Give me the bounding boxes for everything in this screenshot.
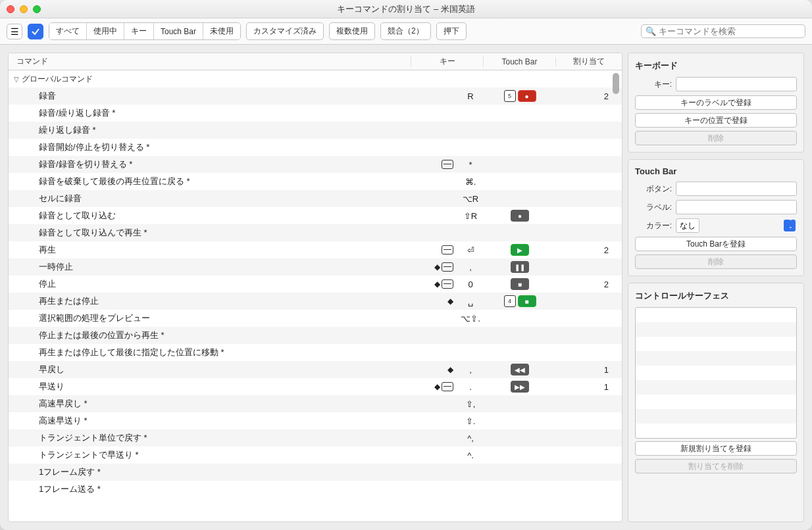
table-row[interactable]: 録音として取り込む⇧R●	[9, 207, 622, 224]
traffic-lights	[7, 5, 41, 13]
table-row[interactable]: 選択範囲の処理をプレビュー⌥⇧.	[9, 310, 622, 327]
mods-cell: ◆	[411, 262, 457, 272]
table-row[interactable]: 録音/録音を切り替える **	[9, 156, 622, 173]
keyboard-icon	[442, 262, 453, 272]
tb-label-input[interactable]	[676, 200, 797, 214]
table-row[interactable]: 高速早送り *⇧.	[9, 412, 622, 429]
touchbar-badge-icon: ❚❚	[511, 261, 529, 273]
table-row[interactable]: 録音として取り込んで再生 *	[9, 224, 622, 241]
surface-title: コントロールサーフェス	[635, 290, 797, 302]
touchbar-cell: ◀◀	[484, 364, 556, 375]
layers-icon: ◆	[447, 365, 453, 374]
group-row[interactable]: ▽グローバルコマンド	[9, 70, 622, 87]
search-icon: 🔍	[646, 26, 656, 36]
register-by-position-button[interactable]: キーの位置で登録	[635, 113, 797, 128]
table-row[interactable]: 録音R5●2	[9, 87, 622, 105]
key-cell: ^.	[457, 450, 484, 460]
pill-conflict[interactable]: 競合（2）	[380, 22, 431, 40]
keyboard-panel: キーボード キー: キーのラベルで登録 キーの位置で登録 削除	[628, 53, 804, 153]
cmd-cell: 一時停止	[9, 261, 411, 273]
scrollbar[interactable]	[611, 73, 621, 519]
keyboard-icon	[442, 382, 453, 391]
key-cell: ,	[457, 365, 484, 375]
layers-icon: ◆	[434, 382, 440, 391]
table-row[interactable]: 録音開始/停止を切り替える *	[9, 139, 622, 156]
table-row[interactable]: 1フレーム送る *	[9, 481, 622, 498]
table-header: コマンド キー Touch Bar 割り当て	[9, 53, 622, 70]
touchbar-cell: ▶	[484, 244, 556, 256]
surface-listbox[interactable]	[635, 307, 797, 439]
tb-button-input[interactable]	[676, 181, 797, 196]
key-cell: ⏎	[457, 245, 484, 255]
keyboard-icon	[442, 160, 453, 169]
seg-unused[interactable]: 未使用	[203, 23, 240, 39]
delete-touchbar-button[interactable]: 削除	[635, 254, 797, 269]
table-row[interactable]: 停止◆0■2	[9, 276, 622, 293]
table-row[interactable]: 1フレーム戻す *	[9, 464, 622, 481]
pill-multi[interactable]: 複数使用	[329, 22, 375, 40]
table-row[interactable]: トランジェントで早送り *^.	[9, 446, 622, 464]
tb-color-select[interactable]: なし	[676, 218, 699, 233]
col-assign[interactable]: 割り当て	[556, 56, 622, 67]
table-row[interactable]: 高速早戻し *⇧,	[9, 395, 622, 412]
zoom-icon[interactable]	[33, 5, 41, 13]
pill-customized[interactable]: カスタマイズ済み	[246, 22, 324, 40]
key-input[interactable]	[676, 77, 797, 91]
table-row[interactable]: セルに録音⌥R	[9, 190, 622, 207]
col-touchbar[interactable]: Touch Bar	[484, 57, 556, 66]
table-row[interactable]: トランジェント単位で戻す *^,	[9, 429, 622, 446]
touchbar-cell: ■	[484, 278, 556, 290]
table-row[interactable]: 録音/繰り返し録音 *	[9, 105, 622, 122]
filter-segments: すべて 使用中 キー Touch Bar 未使用	[49, 22, 241, 40]
touchbar-title: Touch Bar	[635, 166, 797, 176]
touchbar-mini-icon: 4	[504, 295, 516, 307]
options-button[interactable]: ☰	[7, 24, 22, 39]
touchbar-cell: 5●	[484, 90, 556, 102]
key-cell: ⇧R	[457, 211, 484, 221]
touchbar-mini-icon: 5	[504, 90, 516, 102]
table-row[interactable]: 停止または最後の位置から再生 *	[9, 327, 622, 344]
filter-button[interactable]	[28, 24, 43, 39]
key-cell: ⌥R	[457, 194, 484, 204]
key-cell: R	[457, 91, 484, 101]
seg-touchbar[interactable]: Touch Bar	[154, 23, 203, 39]
table-row[interactable]: 一時停止◆,❚❚	[9, 258, 622, 276]
touchbar-badge-icon: ■	[511, 278, 529, 290]
toolbar: ☰ すべて 使用中 キー Touch Bar 未使用 カスタマイズ済み 複数使用…	[0, 18, 812, 45]
cmd-cell: 録音開始/停止を切り替える *	[9, 141, 411, 153]
search-field[interactable]: 🔍	[641, 24, 805, 38]
delete-assignment-button[interactable]: 割り当てを削除	[635, 459, 797, 473]
cmd-cell: 再生	[9, 244, 411, 256]
scroll-thumb[interactable]	[613, 73, 619, 94]
minimize-icon[interactable]	[20, 5, 28, 13]
command-table: コマンド キー Touch Bar 割り当て ▽グローバルコマンド録音R5●2録…	[8, 53, 622, 522]
table-row[interactable]: 録音を破棄して最後の再生位置に戻る *⌘.	[9, 173, 622, 190]
seg-key[interactable]: キー	[124, 23, 154, 39]
cmd-cell: 早戻し	[9, 364, 411, 375]
table-row[interactable]: 早戻し◆,◀◀1	[9, 361, 622, 378]
close-icon[interactable]	[7, 5, 14, 13]
table-row[interactable]: 再生または停止◆␣4■	[9, 293, 622, 310]
register-by-label-button[interactable]: キーのラベルで登録	[635, 95, 797, 110]
table-row[interactable]: 再生または停止して最後に指定した位置に移動 *	[9, 344, 622, 361]
col-key[interactable]: キー	[411, 56, 484, 67]
table-row[interactable]: 繰り返し録音 *	[9, 122, 622, 139]
col-command[interactable]: コマンド	[9, 56, 411, 67]
delete-key-button[interactable]: 削除	[635, 131, 797, 145]
table-row[interactable]: 早送り◆.▶▶1	[9, 378, 622, 395]
cmd-cell: 繰り返し録音 *	[9, 124, 411, 136]
mods-cell: ◆	[411, 382, 457, 391]
tb-color-label: カラー:	[635, 220, 672, 231]
pill-pressed[interactable]: 押下	[436, 22, 467, 40]
mods-cell	[411, 245, 457, 254]
touchbar-cell: ❚❚	[484, 261, 556, 273]
new-assignment-button[interactable]: 新規割り当てを登録	[635, 441, 797, 456]
cmd-cell: 早送り	[9, 381, 411, 393]
window-title: キーコマンドの割り当て – 米国英語	[337, 3, 474, 15]
seg-all[interactable]: すべて	[49, 23, 87, 39]
seg-used[interactable]: 使用中	[87, 23, 124, 39]
layers-icon: ◆	[434, 279, 440, 289]
table-row[interactable]: 再生⏎▶2	[9, 241, 622, 258]
search-input[interactable]	[659, 26, 801, 36]
register-touchbar-button[interactable]: Touch Barを登録	[635, 237, 797, 251]
